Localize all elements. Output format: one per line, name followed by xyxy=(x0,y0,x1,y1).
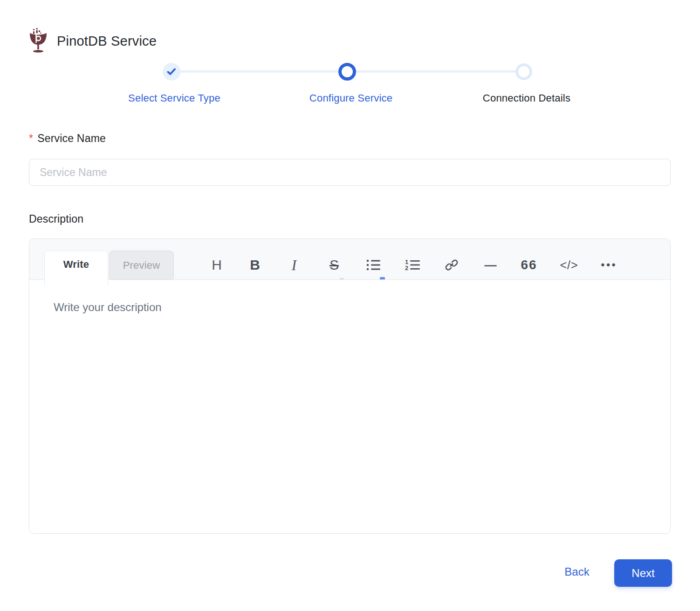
stepper-connector-2 xyxy=(347,70,524,73)
heading-icon: H xyxy=(212,258,222,272)
page-header: PinotDB Service xyxy=(28,28,157,54)
description-textarea[interactable] xyxy=(29,280,670,533)
code-icon: </> xyxy=(560,259,578,271)
quote-button[interactable]: 66 xyxy=(517,253,541,277)
more-options-icon: ••• xyxy=(601,260,617,270)
more-options-button[interactable]: ••• xyxy=(597,253,621,277)
bold-icon: B xyxy=(250,258,260,272)
numbered-list-clipped-fragment xyxy=(380,277,385,279)
required-asterisk: * xyxy=(29,132,33,144)
code-button[interactable]: </> xyxy=(557,253,581,277)
horizontal-rule-button[interactable]: — xyxy=(478,253,502,277)
bold-button[interactable]: B xyxy=(243,253,267,277)
italic-icon: I xyxy=(292,258,296,272)
italic-button[interactable]: I xyxy=(282,253,306,277)
bulleted-list-clipped-fragment xyxy=(340,278,344,279)
step-label-connection-details[interactable]: Connection Details xyxy=(452,92,601,104)
strikethrough-button[interactable]: S xyxy=(322,253,346,277)
numbered-list-button[interactable]: 1 2 xyxy=(400,253,425,277)
description-markdown-editor: Write Preview H B I S xyxy=(29,238,671,534)
step-label-configure-service[interactable]: Configure Service xyxy=(276,92,425,104)
service-name-input[interactable] xyxy=(29,159,671,186)
numbered-list-icon: 1 2 xyxy=(405,259,420,271)
pinotdb-service-wizard: PinotDB Service Select Service Type Conf… xyxy=(0,0,700,611)
step-label-select-service-type[interactable]: Select Service Type xyxy=(100,92,249,104)
service-name-label: *Service Name xyxy=(29,132,106,145)
link-icon xyxy=(445,258,459,272)
page-title: PinotDB Service xyxy=(57,34,157,49)
strikethrough-icon: S xyxy=(329,258,339,272)
link-button[interactable] xyxy=(439,253,464,277)
step-2-active-indicator[interactable] xyxy=(338,63,356,81)
pinotdb-logo-icon xyxy=(28,28,48,54)
check-icon xyxy=(167,68,176,75)
step-1-completed-indicator[interactable] xyxy=(163,63,180,81)
step-3-pending-indicator[interactable] xyxy=(515,63,532,80)
tab-preview[interactable]: Preview xyxy=(109,251,174,280)
service-name-label-text: Service Name xyxy=(37,132,106,144)
editor-toolbar: Write Preview H B I S xyxy=(29,239,670,280)
bulleted-list-icon xyxy=(366,259,381,271)
svg-text:2: 2 xyxy=(405,265,408,271)
editor-write-area xyxy=(29,280,670,533)
back-button[interactable]: Back xyxy=(554,565,600,578)
description-label: Description xyxy=(29,213,83,225)
heading-button[interactable]: H xyxy=(205,253,229,277)
stepper-connector-1 xyxy=(172,70,347,73)
bulleted-list-button[interactable] xyxy=(362,253,386,277)
horizontal-rule-icon: — xyxy=(485,259,496,271)
quote-icon: 66 xyxy=(521,258,537,272)
next-button[interactable]: Next xyxy=(614,559,672,587)
tab-write[interactable]: Write xyxy=(44,251,108,286)
